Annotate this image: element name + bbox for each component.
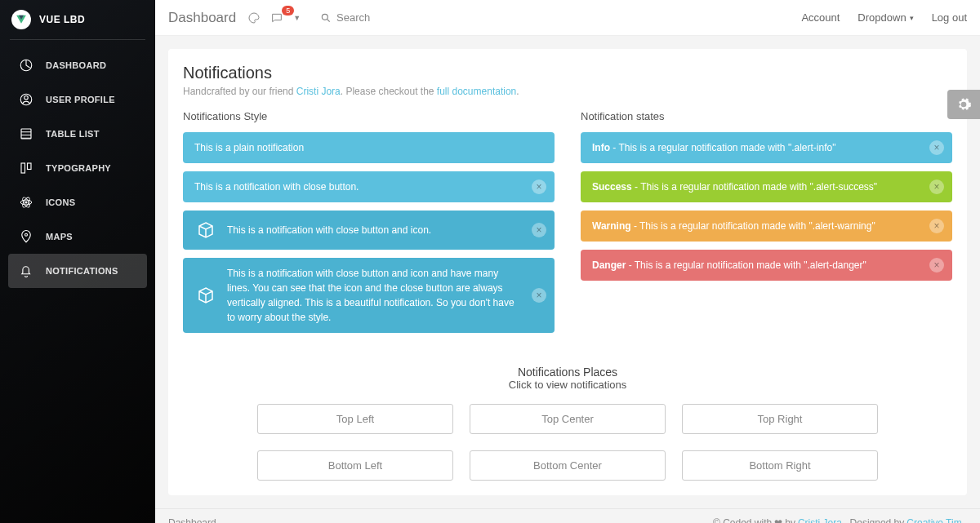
place-bottom-right-button[interactable]: Bottom Right: [682, 450, 878, 481]
dropdown-link[interactable]: Dropdown ▾: [858, 11, 913, 24]
place-bottom-left-button[interactable]: Bottom Left: [257, 450, 453, 481]
search[interactable]: Search: [320, 11, 370, 24]
svg-point-9: [25, 202, 27, 203]
footer: Dashboard © Coded with ❤ by Cristi Jora.…: [155, 508, 980, 523]
alert-multiline: This is a notification with close button…: [183, 258, 555, 333]
page-title: Dashboard: [168, 10, 236, 26]
user-icon: [18, 91, 34, 108]
chart-icon: [18, 57, 34, 73]
chevron-down-icon: ▾: [910, 14, 914, 22]
footer-author-link[interactable]: Cristi Jora: [798, 517, 842, 523]
close-icon[interactable]: ×: [929, 219, 944, 233]
sidebar-item-maps[interactable]: MAPS: [8, 219, 147, 254]
close-icon[interactable]: ×: [532, 180, 546, 194]
sidebar-item-label: TYPOGRAPHY: [46, 163, 111, 173]
notification-states-col: Notification states Info - This is a reg…: [581, 110, 952, 341]
close-icon[interactable]: ×: [532, 223, 546, 237]
cube-icon: [194, 219, 217, 242]
typography-icon: [18, 160, 34, 176]
card: Notifications Handcrafted by our friend …: [168, 49, 967, 495]
col-title: Notifications Style: [183, 110, 555, 122]
sidebar-nav: DASHBOARD USER PROFILE TABLE LIST TYPOGR…: [0, 48, 155, 288]
cube-icon: [194, 284, 217, 307]
close-icon[interactable]: ×: [929, 140, 944, 155]
logout-link[interactable]: Log out: [932, 11, 967, 24]
places-sub: Click to view notifications: [183, 379, 952, 391]
gear-icon: [956, 96, 972, 113]
pin-icon: [18, 228, 34, 245]
chat-icon[interactable]: 5: [270, 11, 283, 24]
bell-icon: [18, 263, 34, 279]
alert-warning: Warning - This is a regular notification…: [581, 211, 952, 242]
place-bottom-center-button[interactable]: Bottom Center: [470, 450, 666, 481]
close-icon[interactable]: ×: [532, 288, 546, 303]
main: Dashboard 5 ▼ Search Account Dropdown ▾ …: [155, 0, 980, 523]
places-title: Notifications Places: [183, 366, 952, 379]
palette-icon[interactable]: [247, 11, 261, 24]
search-label: Search: [336, 11, 370, 24]
svg-rect-3: [21, 129, 31, 139]
alert-plain: This is a plain notification: [183, 132, 555, 163]
place-top-left-button[interactable]: Top Left: [257, 404, 453, 434]
sidebar: VUE LBD DASHBOARD USER PROFILE TABLE LIS…: [0, 0, 155, 523]
alert-danger: Danger - This is a regular notification …: [581, 250, 952, 281]
alert-info: Info - This is a regular notification ma…: [581, 132, 952, 163]
close-icon[interactable]: ×: [929, 180, 944, 194]
sidebar-item-label: ICONS: [46, 197, 75, 207]
topbar-icons: 5 ▼: [247, 11, 301, 24]
svg-rect-4: [21, 163, 25, 173]
sidebar-item-label: NOTIFICATIONS: [46, 266, 118, 276]
svg-point-11: [322, 14, 327, 20]
alert-success: Success - This is a regular notification…: [581, 171, 952, 202]
sidebar-item-dashboard[interactable]: DASHBOARD: [8, 48, 147, 82]
divider: [10, 39, 145, 40]
svg-rect-5: [28, 163, 32, 170]
brand-name: VUE LBD: [39, 14, 85, 25]
sidebar-item-label: USER PROFILE: [46, 95, 115, 104]
sidebar-item-typography[interactable]: TYPOGRAPHY: [8, 151, 147, 185]
place-top-right-button[interactable]: Top Right: [682, 404, 878, 434]
documentation-link[interactable]: full documentation: [437, 86, 516, 97]
settings-tab[interactable]: [947, 90, 980, 119]
brand[interactable]: VUE LBD: [0, 0, 155, 39]
svg-point-10: [25, 233, 28, 236]
notification-places: Notifications Places Click to view notif…: [183, 366, 952, 481]
author-link[interactable]: Cristi Jora: [296, 86, 341, 97]
account-link[interactable]: Account: [801, 11, 840, 24]
close-icon[interactable]: ×: [929, 258, 944, 273]
alert-with-icon: This is a notification with close button…: [183, 211, 555, 250]
footer-designer-link[interactable]: Creative Tim: [906, 517, 961, 523]
topbar: Dashboard 5 ▼ Search Account Dropdown ▾ …: [155, 0, 980, 36]
notification-badge: 5: [282, 6, 294, 16]
footer-left[interactable]: Dashboard: [168, 517, 216, 523]
list-icon: [18, 126, 34, 142]
chevron-down-icon[interactable]: ▼: [293, 14, 301, 22]
search-icon: [320, 12, 332, 24]
sidebar-item-label: DASHBOARD: [46, 60, 106, 70]
alert-with-close: This is a notification with close button…: [183, 171, 555, 202]
svg-point-2: [24, 96, 29, 100]
atom-icon: [18, 194, 34, 211]
sidebar-item-label: MAPS: [46, 232, 73, 242]
sidebar-item-icons[interactable]: ICONS: [8, 185, 147, 219]
card-title: Notifications: [183, 64, 952, 82]
sidebar-item-table-list[interactable]: TABLE LIST: [8, 117, 147, 151]
notifications-style-col: Notifications Style This is a plain noti…: [183, 110, 555, 341]
card-subtitle: Handcrafted by our friend Cristi Jora. P…: [183, 86, 952, 97]
col-title: Notification states: [581, 110, 952, 122]
sidebar-item-user-profile[interactable]: USER PROFILE: [8, 82, 147, 117]
sidebar-item-notifications[interactable]: NOTIFICATIONS: [8, 254, 147, 288]
place-top-center-button[interactable]: Top Center: [470, 404, 666, 434]
sidebar-item-label: TABLE LIST: [46, 129, 100, 139]
vue-logo-icon: [11, 10, 31, 29]
heart-icon: ❤: [774, 517, 782, 523]
